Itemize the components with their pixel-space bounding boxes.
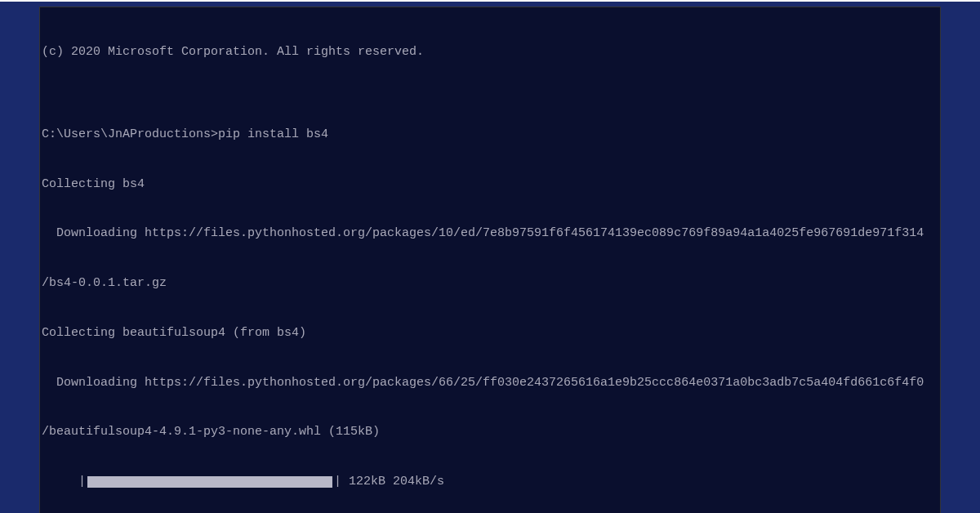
output-line: /bs4-0.0.1.tar.gz (42, 275, 938, 292)
copyright-line: (c) 2020 Microsoft Corporation. All righ… (42, 44, 938, 60)
output-line: Collecting bs4 (42, 176, 938, 193)
progress-line: || 122kB 204kB/s (42, 474, 938, 490)
output-line: /beautifulsoup4-4.9.1-py3-none-any.whl (… (42, 424, 938, 440)
progress-suffix: | 122kB 204kB/s (334, 474, 444, 490)
terminal-window[interactable]: (c) 2020 Microsoft Corporation. All righ… (39, 7, 941, 513)
terminal-wrapper: (c) 2020 Microsoft Corporation. All righ… (0, 2, 980, 513)
output-line: Downloading https://files.pythonhosted.o… (42, 375, 938, 391)
output-line: Collecting beautifulsoup4 (from bs4) (42, 325, 938, 341)
output-line: Downloading https://files.pythonhosted.o… (42, 225, 938, 242)
progress-prefix: | (42, 474, 86, 490)
prompt-line: C:\Users\JnAProductions>pip install bs4 (42, 127, 938, 143)
progress-bar (87, 476, 332, 488)
